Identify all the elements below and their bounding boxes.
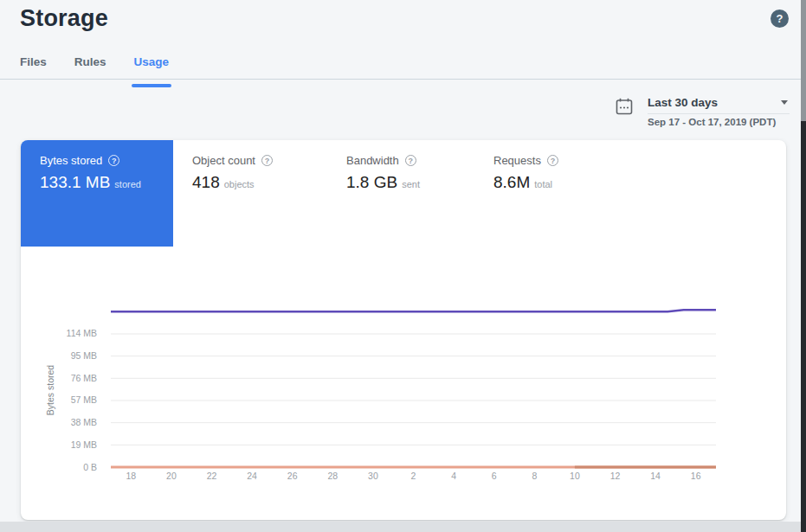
svg-text:22: 22 [207,471,217,481]
svg-text:57 MB: 57 MB [71,394,97,405]
help-question-glyph: ? [777,12,783,25]
svg-text:12: 12 [610,471,621,481]
right-edge-strip-top [801,0,806,121]
usage-card: Bytes stored ? 133.1 MB stored Object co… [21,140,786,520]
svg-text:30: 30 [368,471,378,481]
svg-text:0 B: 0 B [83,462,97,472]
tab-divider [0,79,801,80]
svg-text:19 MB: 19 MB [71,439,97,450]
usage-line-chart: 114 MB95 MB76 MB57 MB38 MB19 MB0 B182022… [21,140,786,520]
bottom-edge-strip [0,522,801,532]
right-edge-strip-bottom [801,121,806,532]
svg-text:95 MB: 95 MB [71,350,97,361]
svg-text:4: 4 [451,471,456,481]
svg-text:2: 2 [411,471,416,481]
svg-text:16: 16 [691,471,701,481]
page-title: Storage [20,5,108,32]
svg-text:14: 14 [650,471,661,481]
svg-text:26: 26 [287,471,298,481]
chevron-down-icon [781,100,788,105]
tab-usage[interactable]: Usage [134,55,170,80]
svg-text:8: 8 [532,471,537,481]
svg-text:6: 6 [492,471,497,481]
svg-text:20: 20 [166,471,177,481]
date-range-selector[interactable]: Last 30 days Sep 17 - Oct 17, 2019 (PDT) [616,96,790,127]
svg-text:38 MB: 38 MB [71,417,97,427]
help-icon[interactable]: ? [771,10,789,28]
svg-text:76 MB: 76 MB [71,373,97,383]
date-range-detail: Sep 17 - Oct 17, 2019 (PDT) [648,117,790,127]
svg-text:28: 28 [327,471,338,481]
svg-text:114 MB: 114 MB [67,328,97,338]
svg-text:10: 10 [570,471,580,481]
tab-files[interactable]: Files [20,55,47,80]
svg-text:24: 24 [247,471,257,481]
tab-bar: Files Rules Usage [20,55,169,80]
svg-text:18: 18 [126,471,136,481]
calendar-icon [616,98,633,115]
date-range-label: Last 30 days [648,96,718,109]
tab-rules[interactable]: Rules [74,55,106,80]
svg-text:Bytes stored: Bytes stored [45,365,55,416]
